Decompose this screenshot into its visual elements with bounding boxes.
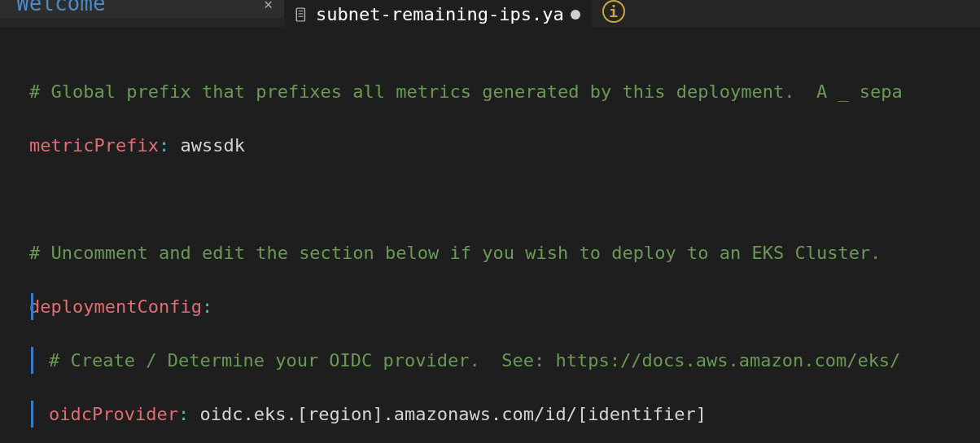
close-icon[interactable]: ✕ [262,0,274,11]
info-icon[interactable]: i [602,0,625,23]
code-line: # Create / Determine your OIDC provider.… [10,347,980,374]
code-line: # Global prefix that prefixes all metric… [10,78,980,105]
code-line: deploymentConfig: [10,293,980,320]
code-line: # Uncomment and edit the section below i… [10,239,980,266]
tab-welcome[interactable]: Welcome ✕ [0,0,285,18]
code-line [10,186,980,213]
code-line: oidcProvider: oidc.eks.[region].amazonaw… [10,401,980,428]
file-icon [295,7,309,22]
tab-file[interactable]: subnet-remaining-ips.ya [285,0,591,29]
tab-bar: Welcome ✕ subnet-remaining-ips.ya i [0,0,980,29]
code-line: metricPrefix: awssdk [10,132,980,159]
tab-file-label: subnet-remaining-ips.ya [316,1,564,28]
code-editor[interactable]: # Global prefix that prefixes all metric… [0,29,980,443]
dirty-indicator-icon [571,10,580,20]
tab-welcome-label: Welcome [16,0,106,20]
svg-rect-0 [296,8,304,21]
